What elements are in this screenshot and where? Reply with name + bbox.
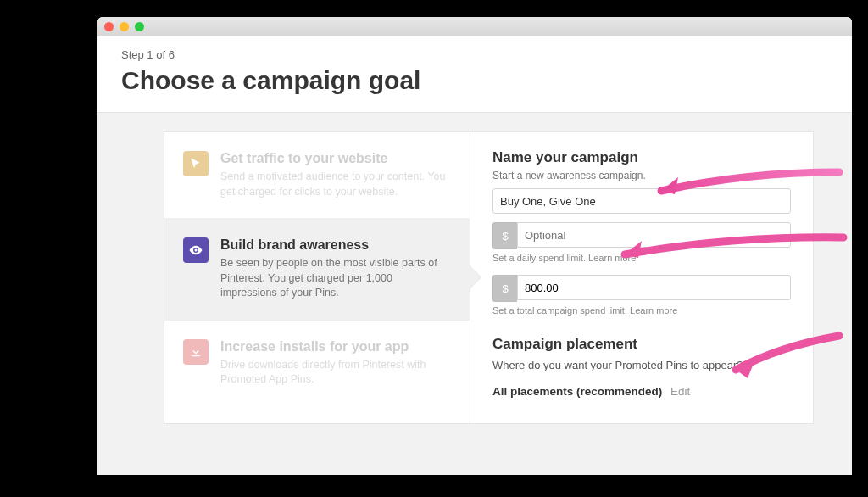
page-body: Get traffic to your website Send a motiv… [97,112,852,475]
goal-title: Get traffic to your website [220,151,451,166]
goal-awareness[interactable]: Build brand awareness Be seen by people … [164,219,470,321]
name-section-title: Name your campaign [492,149,791,166]
cursor-icon [183,151,209,176]
dollar-icon: $ [492,222,517,249]
daily-spend-input[interactable] [517,222,791,248]
goal-desc: Be seen by people on the most visible pa… [220,256,451,301]
goal-desc: Send a motivated audience to your conten… [220,170,451,199]
app-window: Step 1 of 6 Choose a campaign goal Get t… [97,17,852,475]
eye-icon [183,237,209,263]
total-spend-input[interactable] [517,275,791,300]
placement-current: All placements (recommended) [492,385,662,398]
placement-row: All placements (recommended) Edit [492,385,791,398]
goal-list: Get traffic to your website Send a motiv… [164,132,470,423]
page-title: Choose a campaign goal [121,66,828,95]
step-indicator: Step 1 of 6 [121,48,828,61]
maximize-icon[interactable] [135,22,144,31]
svg-point-0 [195,249,198,252]
goal-desc: Drive downloads directly from Pinterest … [220,358,451,388]
page-header: Step 1 of 6 Choose a campaign goal [97,36,852,112]
total-spend-hint: Set a total campaign spend limit. Learn … [492,305,791,316]
minimize-icon[interactable] [120,22,129,31]
settings-column: Name your campaign Start a new awareness… [470,132,813,423]
name-hint: Start a new awareness campaign. [492,170,791,181]
goal-traffic[interactable]: Get traffic to your website Send a motiv… [164,132,470,219]
goal-title: Build brand awareness [220,237,451,253]
daily-spend-hint: Set a daily spend limit. Learn more [492,253,791,263]
main-panel: Get traffic to your website Send a motiv… [164,131,814,424]
dollar-icon: $ [492,275,517,302]
placement-title: Campaign placement [492,336,791,353]
close-icon[interactable] [104,22,114,31]
download-icon [183,339,209,365]
placement-edit-link[interactable]: Edit [670,385,690,398]
goal-installs[interactable]: Increase installs for your app Drive dow… [164,321,470,406]
selected-pointer-icon [470,266,481,288]
goal-title: Increase installs for your app [220,339,451,355]
mac-titlebar [97,17,852,36]
placement-question: Where do you want your Promoted Pins to … [492,358,791,373]
campaign-name-input[interactable] [492,188,791,214]
